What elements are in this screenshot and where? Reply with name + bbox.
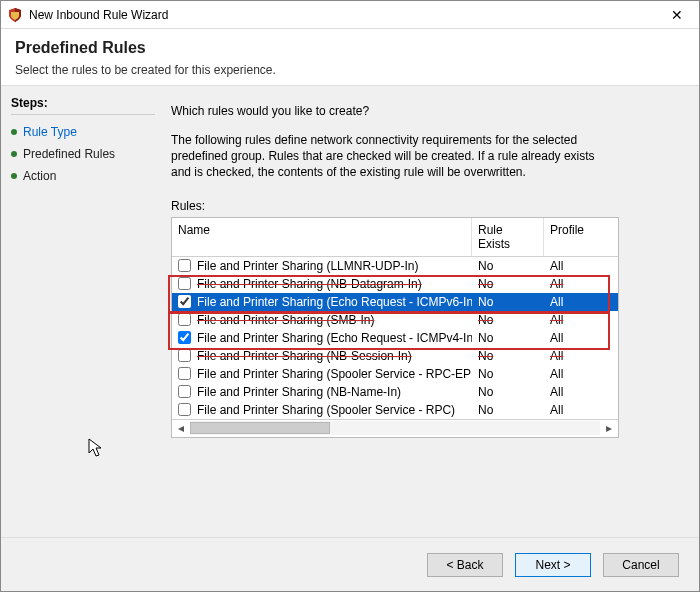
rule-name-label: File and Printer Sharing (Spooler Servic… <box>197 403 455 417</box>
rule-checkbox[interactable] <box>178 385 191 398</box>
wizard-window: New Inbound Rule Wizard ✕ Predefined Rul… <box>0 0 700 592</box>
rule-profile-value: All <box>544 403 584 417</box>
rule-name-label: File and Printer Sharing (Echo Request -… <box>197 331 472 345</box>
rules-label: Rules: <box>171 199 677 213</box>
content-description: The following rules define network conne… <box>171 132 601 181</box>
rule-exists-value: No <box>472 385 544 399</box>
table-row[interactable]: File and Printer Sharing (LLMNR-UDP-In)N… <box>172 257 618 275</box>
rule-name-label: File and Printer Sharing (NB-Datagram-In… <box>197 277 422 291</box>
window-title: New Inbound Rule Wizard <box>29 8 661 22</box>
close-icon: ✕ <box>671 7 683 23</box>
table-row[interactable]: File and Printer Sharing (NB-Name-In)NoA… <box>172 383 618 401</box>
step-action[interactable]: Action <box>11 165 155 187</box>
step-link[interactable]: Rule Type <box>23 125 77 139</box>
rule-profile-value: All <box>544 349 584 363</box>
rule-checkbox[interactable] <box>178 367 191 380</box>
rule-checkbox[interactable] <box>178 259 191 272</box>
table-row[interactable]: File and Printer Sharing (Echo Request -… <box>172 329 618 347</box>
rule-exists-value: No <box>472 259 544 273</box>
next-button[interactable]: Next > <box>515 553 591 577</box>
scroll-thumb[interactable] <box>190 422 330 434</box>
rule-checkbox[interactable] <box>178 331 191 344</box>
rule-exists-value: No <box>472 277 544 291</box>
rules-grid: Name Rule Exists Profile File and Printe… <box>171 217 619 438</box>
scroll-track[interactable] <box>190 421 600 435</box>
body-area: Steps: Rule TypePredefined RulesAction W… <box>1 86 699 537</box>
cancel-button[interactable]: Cancel <box>603 553 679 577</box>
rule-profile-value: All <box>544 313 584 327</box>
rule-profile-value: All <box>544 277 584 291</box>
step-link[interactable]: Action <box>23 169 56 183</box>
rule-checkbox[interactable] <box>178 277 191 290</box>
rule-profile-value: All <box>544 367 584 381</box>
col-exists[interactable]: Rule Exists <box>472 218 544 256</box>
rule-exists-value: No <box>472 313 544 327</box>
rule-checkbox[interactable] <box>178 313 191 326</box>
page-title: Predefined Rules <box>15 39 685 57</box>
table-row[interactable]: File and Printer Sharing (SMB-In)NoAll <box>172 311 618 329</box>
page-subtitle: Select the rules to be created for this … <box>15 63 685 77</box>
app-icon <box>7 7 23 23</box>
col-name[interactable]: Name <box>172 218 472 256</box>
col-profile[interactable]: Profile <box>544 218 584 256</box>
step-bullet-icon <box>11 173 17 179</box>
rule-checkbox[interactable] <box>178 295 191 308</box>
rule-name-label: File and Printer Sharing (Spooler Servic… <box>197 367 472 381</box>
rule-profile-value: All <box>544 331 584 345</box>
rule-name-label: File and Printer Sharing (LLMNR-UDP-In) <box>197 259 418 273</box>
rule-checkbox[interactable] <box>178 349 191 362</box>
header-area: Predefined Rules Select the rules to be … <box>1 29 699 86</box>
content-question: Which rules would you like to create? <box>171 104 677 118</box>
table-row[interactable]: File and Printer Sharing (NB-Session-In)… <box>172 347 618 365</box>
rule-exists-value: No <box>472 295 544 309</box>
table-row[interactable]: File and Printer Sharing (Spooler Servic… <box>172 365 618 383</box>
table-row[interactable]: File and Printer Sharing (Echo Request -… <box>172 293 618 311</box>
rule-name-label: File and Printer Sharing (SMB-In) <box>197 313 374 327</box>
table-row[interactable]: File and Printer Sharing (Spooler Servic… <box>172 401 618 419</box>
rule-profile-value: All <box>544 259 584 273</box>
rule-checkbox[interactable] <box>178 403 191 416</box>
rule-name-label: File and Printer Sharing (NB-Name-In) <box>197 385 401 399</box>
steps-sidebar: Steps: Rule TypePredefined RulesAction <box>1 86 161 537</box>
table-row[interactable]: File and Printer Sharing (NB-Datagram-In… <box>172 275 618 293</box>
scroll-left-icon[interactable]: ◂ <box>174 421 188 435</box>
step-link[interactable]: Predefined Rules <box>23 147 115 161</box>
grid-body: File and Printer Sharing (LLMNR-UDP-In)N… <box>172 257 618 419</box>
rule-exists-value: No <box>472 403 544 417</box>
rule-exists-value: No <box>472 349 544 363</box>
content-area: Which rules would you like to create? Th… <box>161 86 699 537</box>
rule-profile-value: All <box>544 295 584 309</box>
back-button[interactable]: < Back <box>427 553 503 577</box>
step-bullet-icon <box>11 129 17 135</box>
scroll-right-icon[interactable]: ▸ <box>602 421 616 435</box>
grid-header: Name Rule Exists Profile <box>172 218 618 257</box>
rule-name-label: File and Printer Sharing (Echo Request -… <box>197 295 472 309</box>
steps-label: Steps: <box>11 96 155 115</box>
titlebar: New Inbound Rule Wizard ✕ <box>1 1 699 29</box>
rule-profile-value: All <box>544 385 584 399</box>
footer-buttons: < Back Next > Cancel <box>1 537 699 591</box>
rule-name-label: File and Printer Sharing (NB-Session-In) <box>197 349 412 363</box>
step-rule-type[interactable]: Rule Type <box>11 121 155 143</box>
close-button[interactable]: ✕ <box>661 3 693 27</box>
step-bullet-icon <box>11 151 17 157</box>
horizontal-scrollbar[interactable]: ◂ ▸ <box>172 419 618 437</box>
rule-exists-value: No <box>472 331 544 345</box>
step-predefined-rules[interactable]: Predefined Rules <box>11 143 155 165</box>
rule-exists-value: No <box>472 367 544 381</box>
